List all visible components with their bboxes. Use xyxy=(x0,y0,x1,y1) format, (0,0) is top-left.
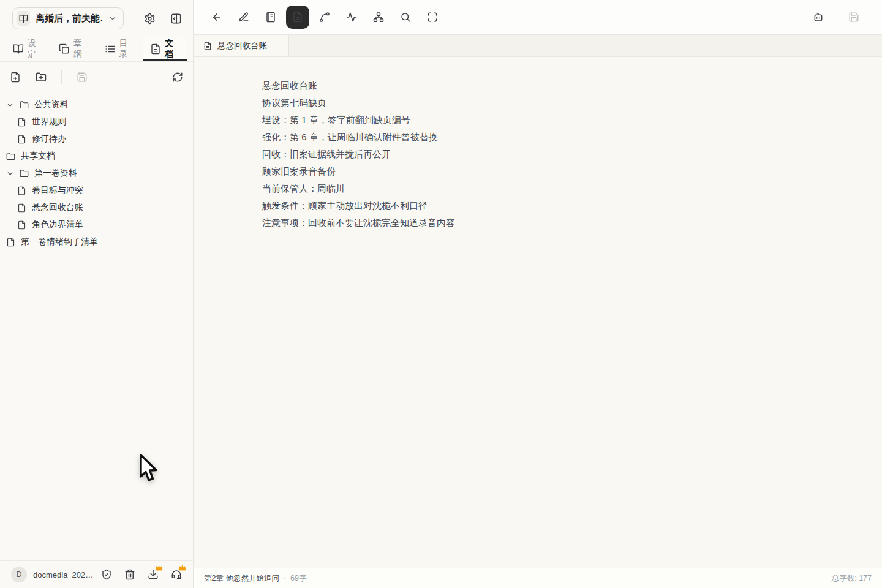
avatar[interactable]: D xyxy=(11,567,27,582)
file-plus-icon xyxy=(10,72,21,83)
tree-item-label: 角色边界清单 xyxy=(32,219,83,230)
file-text-icon xyxy=(150,43,161,55)
workspace-title: 离婚后，前夫能… xyxy=(36,13,103,24)
folder-plus-button[interactable] xyxy=(36,72,47,83)
tree-item-label: 卷目标与冲突 xyxy=(32,185,83,196)
list-icon xyxy=(105,43,116,55)
tree-item-label: 世界规则 xyxy=(32,116,66,127)
tree-item-folder[interactable]: 共享文档 xyxy=(0,148,193,165)
tree-item-file[interactable]: 卷目标与冲突 xyxy=(0,182,193,199)
save-icon xyxy=(77,72,88,83)
trash-button[interactable] xyxy=(124,569,135,580)
document-line: 当前保管人：周临川 xyxy=(262,180,845,197)
bot-icon xyxy=(813,12,824,23)
book-open-icon xyxy=(17,11,30,26)
folder-icon xyxy=(6,152,15,161)
document-line: 埋设：第 1 章，签字前翻到缺页编号 xyxy=(262,111,845,129)
download-crown-button[interactable] xyxy=(148,569,159,580)
file-tree: 公共资料世界规则修订待办共享文档第一卷资料卷目标与冲突悬念回收台账角色边界清单第… xyxy=(0,92,193,254)
toolbar-separator xyxy=(61,70,62,84)
tree-item-label: 第一卷资料 xyxy=(34,168,77,179)
sidebar: 离婚后，前夫能… 设定章纲目录文档 公共资料世界规则修订待办共享文档第一卷资料卷… xyxy=(0,0,194,588)
total-word-count: 总字数: 177 xyxy=(832,573,872,584)
sidebar-tab-label: 目录 xyxy=(119,38,135,60)
spline-icon xyxy=(319,12,330,23)
network-button[interactable] xyxy=(365,4,392,31)
document-tab[interactable]: 悬念回收台账 xyxy=(194,35,289,56)
back-button[interactable] xyxy=(203,4,230,31)
tree-item-file[interactable]: 角色边界清单 xyxy=(0,216,193,233)
trash-icon xyxy=(124,569,135,580)
document-tab-title: 悬念回收台账 xyxy=(217,40,267,51)
tree-item-file[interactable]: 修订待办 xyxy=(0,130,193,148)
crown-icon xyxy=(178,565,186,571)
separator-dot: · xyxy=(284,574,286,582)
document-line: 回收：旧案证据线并拢后再公开 xyxy=(262,146,845,163)
chapter-label: 第2章 他忽然开始追问 xyxy=(204,573,279,584)
document-button[interactable] xyxy=(286,6,309,29)
refresh-icon xyxy=(172,72,183,83)
tree-item-label: 第一卷情绪钩子清单 xyxy=(21,236,98,247)
document-line: 触发条件：顾家主动放出对沈栀不利口径 xyxy=(262,197,845,214)
shield-check-button[interactable] xyxy=(101,569,112,580)
notebook-button[interactable] xyxy=(257,4,284,31)
document-editor[interactable]: 悬念回收台账协议第七码缺页埋设：第 1 章，签字前翻到缺页编号强化：第 6 章，… xyxy=(194,57,882,568)
search-icon xyxy=(400,12,411,23)
tree-item-file[interactable]: 悬念回收台账 xyxy=(0,199,193,216)
crown-icon xyxy=(155,565,163,571)
tree-item-file[interactable]: 世界规则 xyxy=(0,113,193,130)
document-tabbar: 悬念回收台账 xyxy=(194,35,882,57)
settings-button[interactable] xyxy=(144,13,156,24)
save-button xyxy=(77,72,88,83)
gear-icon xyxy=(144,13,156,24)
workspace-header: 离婚后，前夫能… xyxy=(0,0,193,37)
bot-button[interactable] xyxy=(805,4,832,31)
folder-plus-icon xyxy=(36,72,47,83)
sidebar-tab-文档[interactable]: 文档 xyxy=(143,37,187,61)
file-icon xyxy=(17,118,26,127)
chapter-word-count: 69字 xyxy=(290,573,306,584)
tree-item-label: 悬念回收台账 xyxy=(32,202,83,213)
chevron-down-icon[interactable] xyxy=(6,101,14,109)
sidebar-tabs: 设定章纲目录文档 xyxy=(0,37,193,62)
document-line: 强化：第 6 章，让周临川确认附件曾被替换 xyxy=(262,129,845,146)
sidebar-tab-label: 文档 xyxy=(165,38,180,60)
back-icon xyxy=(211,12,222,23)
shield-check-icon xyxy=(101,569,112,580)
sidebar-tab-章纲[interactable]: 章纲 xyxy=(52,37,96,61)
refresh-button[interactable] xyxy=(172,72,183,83)
file-icon xyxy=(17,186,26,195)
activity-button[interactable] xyxy=(338,4,365,31)
file-icon xyxy=(17,135,26,144)
tree-item-file[interactable]: 第一卷情绪钩子清单 xyxy=(0,233,193,251)
tree-item-label: 公共资料 xyxy=(34,99,69,110)
status-bar: 第2章 他忽然开始追问 · 69字 总字数: 177 xyxy=(194,568,882,588)
file-plus-button[interactable] xyxy=(10,72,21,83)
save-icon xyxy=(848,12,859,23)
collapse-sidebar-button[interactable] xyxy=(170,13,182,24)
document-line: 悬念回收台账 xyxy=(262,77,845,94)
fullscreen-button[interactable] xyxy=(419,4,446,31)
spline-button[interactable] xyxy=(311,4,338,31)
book-open-icon xyxy=(13,43,24,55)
tree-item-label: 修订待办 xyxy=(32,134,66,145)
sidebar-tab-设定[interactable]: 设定 xyxy=(6,37,50,61)
tree-item-label: 共享文档 xyxy=(21,151,55,162)
sidebar-tab-label: 章纲 xyxy=(74,38,89,60)
account-bar: D docmedia_202… xyxy=(0,560,193,588)
file-icon xyxy=(17,203,26,213)
workspace-switcher[interactable]: 离婚后，前夫能… xyxy=(12,7,124,29)
sidebar-tab-目录[interactable]: 目录 xyxy=(98,37,141,61)
save-button xyxy=(840,4,867,31)
search-button[interactable] xyxy=(392,4,419,31)
username: docmedia_202… xyxy=(33,570,95,579)
activity-icon xyxy=(346,12,357,23)
file-icon xyxy=(17,221,26,230)
chevron-down-icon[interactable] xyxy=(6,170,14,178)
tree-item-folder[interactable]: 公共资料 xyxy=(0,96,193,113)
headset-crown-button[interactable] xyxy=(171,569,182,580)
document-line: 协议第七码缺页 xyxy=(262,94,845,111)
chevron-down-icon xyxy=(108,14,117,23)
tree-item-folder[interactable]: 第一卷资料 xyxy=(0,165,193,182)
edit-button[interactable] xyxy=(230,4,257,31)
